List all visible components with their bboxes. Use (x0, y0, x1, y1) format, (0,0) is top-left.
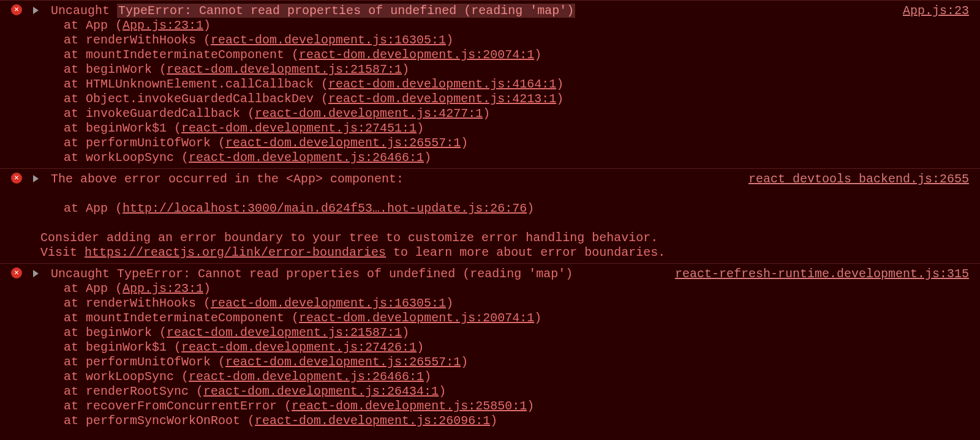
disclosure-triangle-icon[interactable] (33, 7, 39, 14)
stack-frame: at performUnitOfWork (react-dom.developm… (64, 355, 969, 370)
error-icon: ✕ (11, 4, 22, 15)
console-error-entry: App.js:23 ✕ Uncaught TypeError: Cannot r… (0, 0, 980, 168)
stack-frame: at mountIndeterminateComponent (react-do… (64, 311, 969, 326)
stack-frame: at beginWork (react-dom.development.js:2… (64, 326, 969, 340)
stack-location-link[interactable]: App.js:23:1 (123, 18, 203, 32)
stack-frame: at workLoopSync (react-dom.development.j… (64, 151, 969, 165)
stack-location-link[interactable]: react-dom.development.js:26557:1 (225, 355, 461, 369)
stack-frame: at App (App.js:23:1) (64, 18, 969, 33)
stack-location-link[interactable]: react-dom.development.js:20074:1 (299, 311, 534, 325)
stack-location-link[interactable]: react-dom.development.js:20074:1 (299, 48, 534, 62)
stack-frame: at renderWithHooks (react-dom.developmen… (64, 33, 969, 48)
stack-location-link[interactable]: react-dom.development.js:26096:1 (255, 414, 490, 428)
docs-link[interactable]: https://reactjs.org/link/error-boundarie… (85, 245, 386, 259)
stack-trace: at App (App.js:23:1) at renderWithHooks … (11, 282, 969, 428)
stack-frame: at workLoopSync (react-dom.development.j… (64, 370, 969, 384)
stack-location-link[interactable]: react-dom.development.js:4213:1 (328, 92, 556, 106)
stack-location-link[interactable]: react-dom.development.js:27426:1 (181, 340, 417, 354)
error-icon: ✕ (11, 173, 22, 184)
stack-location-link[interactable]: react-dom.development.js:4164:1 (328, 77, 556, 91)
stack-frame: at renderRootSync (react-dom.development… (64, 384, 969, 399)
stack-location-link[interactable]: react-dom.development.js:4277:1 (255, 106, 483, 121)
error-hint: Consider adding an error boundary to you… (11, 231, 969, 245)
stack-frame: at performSyncWorkOnRoot (react-dom.deve… (64, 414, 969, 428)
stack-frame: at mountIndeterminateComponent (react-do… (64, 48, 969, 62)
stack-trace: at App (App.js:23:1) at renderWithHooks … (11, 18, 969, 165)
stack-location-link[interactable]: App.js:23:1 (123, 282, 203, 296)
source-link[interactable]: react-refresh-runtime.development.js:315 (675, 267, 969, 282)
stack-location-link[interactable]: react-dom.development.js:27451:1 (181, 121, 417, 135)
stack-location-link[interactable]: react-dom.development.js:26557:1 (225, 136, 461, 150)
console-error-entry: react_devtools_backend.js:2655 ✕ The abo… (0, 168, 980, 263)
stack-location-link[interactable]: react-dom.development.js:21587:1 (167, 62, 402, 76)
source-link[interactable]: App.js:23 (903, 4, 969, 18)
stack-location-link[interactable]: react-dom.development.js:26466:1 (189, 370, 424, 384)
stack-location-link[interactable]: react-dom.development.js:16305:1 (211, 33, 446, 47)
error-message: Uncaught TypeError: Cannot read properti… (51, 267, 573, 281)
stack-frame: at App (http://localhost:3000/main.d624f… (64, 201, 969, 216)
error-icon: ✕ (11, 267, 22, 278)
stack-frame: at recoverFromConcurrentError (react-dom… (64, 399, 969, 414)
error-message: Uncaught TypeError: Cannot read properti… (51, 4, 575, 18)
disclosure-triangle-icon[interactable] (33, 175, 39, 182)
console-error-entry: react-refresh-runtime.development.js:315… (0, 263, 980, 431)
stack-location-link[interactable]: react-dom.development.js:25850:1 (292, 399, 527, 413)
disclosure-triangle-icon[interactable] (33, 270, 39, 277)
stack-frame: at performUnitOfWork (react-dom.developm… (64, 136, 969, 151)
stack-location-link[interactable]: react-dom.development.js:26466:1 (189, 151, 424, 165)
source-link[interactable]: react_devtools_backend.js:2655 (748, 172, 969, 187)
error-message: The above error occurred in the <App> co… (51, 172, 404, 186)
stack-frame: at beginWork$1 (react-dom.development.js… (64, 340, 969, 355)
stack-location-link[interactable]: react-dom.development.js:26434:1 (203, 384, 439, 398)
error-hint: Visit https://reactjs.org/link/error-bou… (11, 245, 969, 260)
stack-frame: at HTMLUnknownElement.callCallback (reac… (64, 77, 969, 92)
stack-trace: at App (http://localhost:3000/main.d624f… (11, 201, 969, 216)
stack-frame: at beginWork$1 (react-dom.development.js… (64, 121, 969, 136)
stack-location-link[interactable]: http://localhost:3000/main.d624f53….hot-… (123, 201, 527, 215)
stack-location-link[interactable]: react-dom.development.js:21587:1 (167, 326, 402, 340)
stack-location-link[interactable]: react-dom.development.js:16305:1 (211, 296, 446, 310)
stack-frame: at App (App.js:23:1) (64, 282, 969, 296)
stack-frame: at renderWithHooks (react-dom.developmen… (64, 296, 969, 311)
stack-frame: at invokeGuardedCallback (react-dom.deve… (64, 106, 969, 121)
stack-frame: at Object.invokeGuardedCallbackDev (reac… (64, 92, 969, 106)
stack-frame: at beginWork (react-dom.development.js:2… (64, 62, 969, 77)
